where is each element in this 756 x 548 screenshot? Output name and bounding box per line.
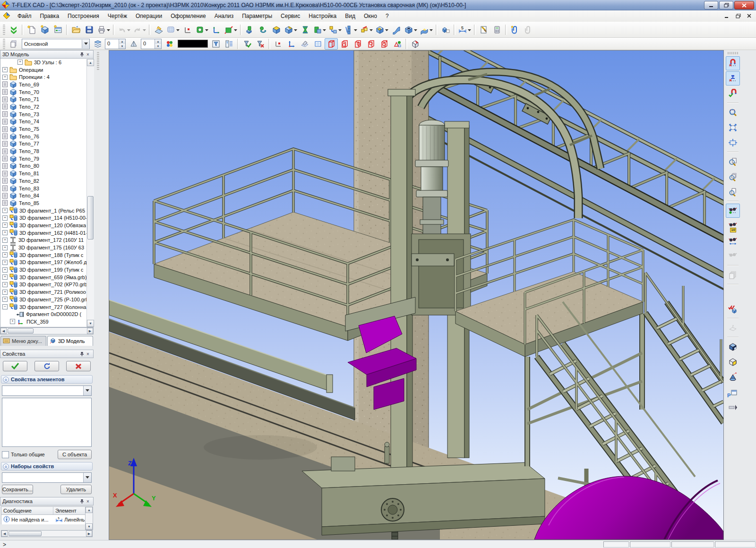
history-icon[interactable]: [2, 89, 8, 95]
move-body-icon[interactable]: [359, 23, 374, 36]
dropdown-arrow-icon[interactable]: [293, 25, 298, 34]
scrollbar-thumb[interactable]: [8, 328, 34, 334]
history-icon[interactable]: [2, 163, 8, 169]
chevron-down-icon[interactable]: [82, 40, 89, 48]
model-tree-hscrollbar[interactable]: ◀ ▶: [0, 327, 94, 334]
save-set-button[interactable]: Сохранить...: [2, 485, 33, 494]
scrollbar-thumb[interactable]: [87, 196, 94, 240]
expand-icon[interactable]: +: [2, 297, 8, 302]
tree-item-label[interactable]: Тело_77: [19, 141, 39, 146]
property-sets-combo[interactable]: [2, 472, 92, 483]
pin-icon[interactable]: [78, 351, 85, 357]
menu-item-7[interactable]: Параметры: [238, 10, 276, 22]
zoom-layers-icon[interactable]: [726, 170, 740, 184]
history-icon[interactable]: [2, 178, 8, 184]
scroll-up-icon[interactable]: ▲: [87, 59, 94, 66]
new-window-icon[interactable]: [52, 23, 65, 36]
menu-item-8[interactable]: Сервис: [276, 10, 304, 22]
menu-item-0[interactable]: Файл: [13, 10, 36, 22]
history-icon[interactable]: [2, 200, 8, 206]
dropdown-arrow-icon[interactable]: [233, 25, 238, 34]
dropdown-arrow-icon[interactable]: [429, 25, 433, 34]
expand-icon[interactable]: +: [17, 60, 23, 65]
detail-value[interactable]: 0▲▼: [141, 39, 162, 49]
close-icon[interactable]: ×: [85, 51, 91, 58]
tree-item[interactable]: Тело_75: [0, 125, 93, 133]
assembly-icon[interactable]: [439, 23, 452, 36]
hole-icon[interactable]: [403, 23, 419, 36]
tree-item-label[interactable]: Операции: [19, 67, 43, 73]
dropdown-arrow-icon[interactable]: [106, 25, 111, 34]
restore-button[interactable]: [719, 1, 733, 9]
active-workplane-view-icon[interactable]: [726, 355, 740, 369]
measure-icon[interactable]: 5: [457, 23, 472, 36]
undo-icon[interactable]: [116, 23, 132, 36]
show-levels-icon[interactable]: 10: [726, 219, 740, 233]
tree-item[interactable]: Тело_81: [0, 170, 93, 177]
tree-item-label[interactable]: Тело_79: [19, 156, 39, 162]
tree-item[interactable]: Тело_82: [0, 177, 93, 185]
loft-icon[interactable]: [299, 23, 312, 36]
menu-item-10[interactable]: Вид: [341, 10, 360, 22]
filter-list-icon[interactable]: [223, 38, 236, 50]
attach-fragment-icon[interactable]: [508, 23, 522, 36]
tree-item-label[interactable]: 3D фрагмент_120 (Обвязка: [19, 223, 86, 228]
new-3d-model-icon[interactable]: [38, 23, 52, 36]
tree-item-label[interactable]: 3D фрагмент_114 (Н510-00-: [19, 215, 87, 221]
spinner-arrows[interactable]: ▲▼: [119, 39, 125, 49]
tree-item[interactable]: Тело_80: [0, 163, 93, 170]
mdi-minimize-icon[interactable]: [723, 13, 730, 19]
tree-item-label[interactable]: 3D фрагмент_199 (Тупик с: [19, 267, 83, 273]
scroll-up-icon[interactable]: ▲: [86, 507, 93, 513]
diagnostics-row[interactable]: Не найдена и...5Линейнь: [1, 515, 86, 524]
toolbar-grip[interactable]: [3, 25, 5, 35]
tree-item-label[interactable]: Тело_85: [19, 200, 39, 206]
snap-pin-disable-icon[interactable]: [726, 71, 740, 86]
zoom-document-icon[interactable]: [726, 154, 740, 169]
expand-icon[interactable]: +: [2, 230, 8, 235]
tree-item[interactable]: +3D Узлы : 6: [0, 59, 93, 66]
tree-item-label[interactable]: 3D фрагмент_721 (Роликоо: [19, 289, 86, 295]
dropdown-arrow-icon[interactable]: [127, 25, 131, 34]
mdi-restore-icon[interactable]: [734, 13, 742, 19]
expand-icon[interactable]: +: [2, 282, 8, 287]
menu-item-4[interactable]: Операции: [131, 10, 166, 22]
dropdown-arrow-icon[interactable]: [467, 25, 472, 34]
property-sets-section[interactable]: Наборы свойств: [1, 462, 93, 471]
scroll-left-icon[interactable]: ◀: [0, 328, 7, 334]
collapse-toolbar-icon[interactable]: [726, 400, 740, 414]
tree-item[interactable]: Тело_76: [0, 133, 93, 140]
dropdown-arrow-icon[interactable]: [338, 25, 342, 34]
workplane-draw-icon[interactable]: [298, 38, 311, 50]
diagnostics-column-1[interactable]: Элемент: [53, 507, 86, 514]
tree-item[interactable]: +3D фрагмент_721 (Роликоо: [0, 288, 93, 296]
tree-item[interactable]: +3D фрагмент_162 (Н481-01-: [0, 229, 93, 237]
expand-icon[interactable]: +: [2, 260, 8, 265]
menu-item-12[interactable]: ?: [381, 10, 393, 22]
scroll-down-icon[interactable]: ▼: [86, 523, 93, 530]
close-icon[interactable]: ×: [85, 351, 91, 357]
boolean-icon[interactable]: [312, 23, 327, 36]
tree-item-label[interactable]: Тело_74: [19, 119, 39, 124]
tree-item[interactable]: Фрагмент 0xD00002D (: [0, 310, 93, 318]
menu-item-9[interactable]: Настройка: [304, 10, 341, 22]
tree-item-label[interactable]: Тело_72: [19, 104, 39, 110]
zoom-extents-icon[interactable]: [726, 120, 740, 135]
tree-item[interactable]: +ПСК_359: [0, 318, 93, 325]
show-all-icon[interactable]: [726, 249, 740, 263]
dropdown-arrow-icon[interactable]: [205, 25, 209, 34]
refresh-button[interactable]: [34, 361, 59, 371]
new-document-icon[interactable]: [25, 23, 38, 36]
element-properties-section[interactable]: Свойства элементов: [1, 375, 93, 384]
tree-item-label[interactable]: Тело_71: [19, 96, 39, 102]
calculator-icon[interactable]: [490, 23, 504, 36]
delete-set-button[interactable]: Удалить: [60, 485, 92, 494]
expand-icon[interactable]: +: [2, 223, 8, 228]
diagnostics-columns[interactable]: СообщениеЭлемент: [1, 506, 93, 515]
current-color[interactable]: [178, 40, 208, 48]
expand-icon[interactable]: +: [2, 252, 8, 257]
menu-item-3[interactable]: Чертёж: [103, 10, 131, 22]
tree-item-label[interactable]: Тело_82: [19, 178, 39, 184]
expand-icon[interactable]: +: [2, 290, 8, 295]
model-tree-vscrollbar[interactable]: ▲ ▼: [86, 59, 94, 327]
